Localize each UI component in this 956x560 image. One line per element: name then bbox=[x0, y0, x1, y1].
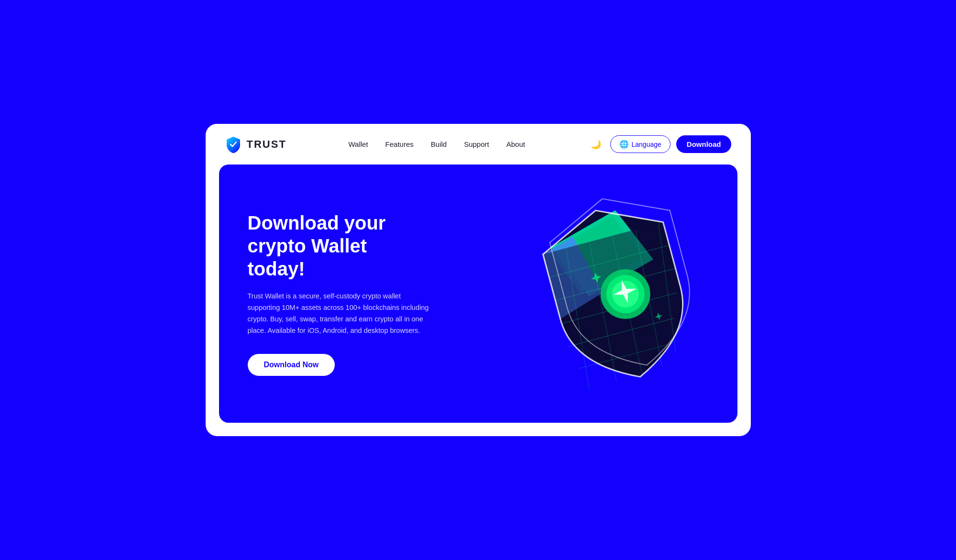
hero-title: Download your crypto Wallet today! bbox=[248, 211, 429, 280]
language-label: Language bbox=[632, 141, 661, 148]
theme-toggle-button[interactable]: 🌙 bbox=[587, 136, 604, 153]
language-button[interactable]: 🌐 Language bbox=[610, 135, 670, 153]
hero-content: Download your crypto Wallet today! Trust… bbox=[248, 211, 429, 376]
nav-download-button[interactable]: Download bbox=[676, 135, 732, 153]
moon-icon: 🌙 bbox=[591, 139, 601, 150]
main-container: TRUST Wallet Features Build Support Abou… bbox=[206, 124, 751, 436]
nav-about[interactable]: About bbox=[506, 140, 525, 149]
hero-description: Trust Wallet is a secure, self-custody c… bbox=[248, 291, 429, 337]
nav-links: Wallet Features Build Support About bbox=[348, 140, 525, 149]
globe-icon: 🌐 bbox=[619, 140, 629, 149]
navbar: TRUST Wallet Features Build Support Abou… bbox=[206, 124, 751, 165]
logo-area: TRUST bbox=[225, 136, 286, 153]
hero-visual bbox=[527, 193, 709, 394]
nav-wallet[interactable]: Wallet bbox=[348, 140, 368, 149]
hero-section: Download your crypto Wallet today! Trust… bbox=[219, 165, 737, 423]
nav-build[interactable]: Build bbox=[431, 140, 447, 149]
nav-support[interactable]: Support bbox=[464, 140, 489, 149]
logo-text: TRUST bbox=[247, 138, 286, 151]
shield-illustration bbox=[527, 193, 709, 394]
nav-actions: 🌙 🌐 Language Download bbox=[587, 135, 732, 153]
hero-download-button[interactable]: Download Now bbox=[248, 354, 335, 376]
logo-icon bbox=[225, 136, 242, 153]
nav-features[interactable]: Features bbox=[385, 140, 414, 149]
